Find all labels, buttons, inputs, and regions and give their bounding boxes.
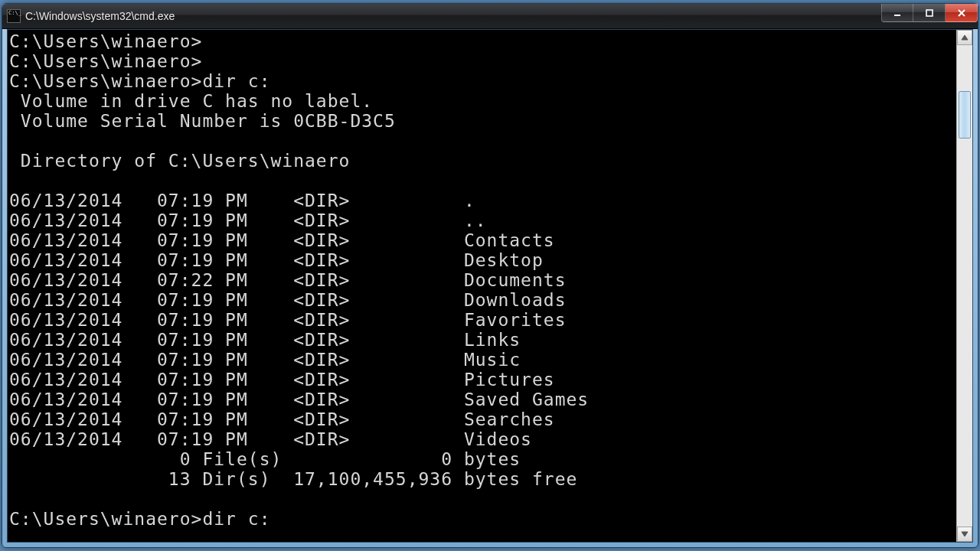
scroll-up-button[interactable]: [957, 30, 972, 45]
scroll-down-button[interactable]: [957, 527, 972, 542]
window-title: C:\Windows\system32\cmd.exe: [25, 10, 175, 22]
svg-marker-5: [962, 532, 968, 536]
vertical-scrollbar[interactable]: [956, 30, 972, 542]
cmd-window: C:\Windows\system32\cmd.exe C:\Users\win…: [2, 3, 978, 548]
title-bar[interactable]: C:\Windows\system32\cmd.exe: [2, 4, 978, 29]
scroll-track[interactable]: [957, 45, 972, 527]
client-area: C:\Users\winaero> C:\Users\winaero> C:\U…: [7, 29, 973, 543]
scroll-thumb[interactable]: [959, 91, 971, 139]
cmd-icon: [7, 9, 21, 23]
svg-marker-4: [962, 35, 968, 40]
svg-rect-1: [926, 10, 933, 16]
window-controls: [881, 4, 978, 22]
maximize-button[interactable]: [913, 4, 946, 22]
close-button[interactable]: [946, 4, 978, 22]
minimize-button[interactable]: [881, 4, 913, 22]
terminal-output[interactable]: C:\Users\winaero> C:\Users\winaero> C:\U…: [8, 30, 956, 542]
